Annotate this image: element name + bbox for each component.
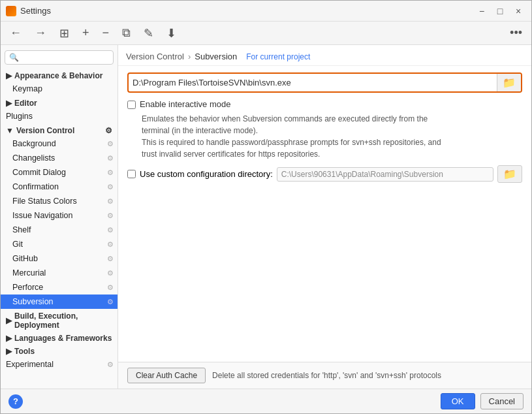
gear-icon: ⚙ [107, 269, 114, 278]
title-bar: Settings − □ × [1, 1, 531, 22]
gear-icon: ⚙ [107, 212, 114, 220]
title-bar-controls: − □ × [474, 3, 526, 19]
footer-left: ? [8, 394, 23, 409]
maximize-button[interactable]: □ [492, 3, 508, 19]
sidebar-item-label: Confirmation [12, 182, 59, 191]
gear-icon: ⚙ [107, 168, 114, 177]
sidebar-item-git[interactable]: Git ⚙ [1, 237, 117, 251]
desc-line3: This is required to handle password/pass… [142, 138, 441, 147]
sidebar-item-label: Experimental [6, 360, 54, 369]
custom-dir-label[interactable]: Use custom configuration directory: [140, 169, 273, 179]
sidebar-item-background[interactable]: Background ⚙ [1, 136, 117, 151]
arrow-icon: ▶ [6, 347, 12, 356]
sidebar-item-experimental[interactable]: Experimental ⚙ [1, 357, 117, 372]
ok-button[interactable]: OK [441, 393, 475, 409]
sidebar-item-subversion[interactable]: Subversion ⚙ [1, 295, 117, 309]
sidebar-item-label: Git [12, 240, 23, 249]
gear-icon: ⚙ [107, 298, 114, 306]
for-project-link[interactable]: For current project [246, 52, 310, 61]
main-content: ▶ Appearance & Behavior Keymap ▶ Editor … [1, 45, 531, 389]
arrow-icon: ▶ [6, 99, 12, 108]
svn-path-container: 📁 [127, 72, 522, 93]
enable-interactive-label[interactable]: Enable interactive mode [140, 99, 230, 109]
sidebar-item-issue-navigation[interactable]: Issue Navigation ⚙ [1, 208, 117, 223]
sidebar-item-label: Shelf [12, 225, 31, 234]
sidebar-item-languages-frameworks[interactable]: ▶ Languages & Frameworks [1, 331, 117, 344]
arrow-icon: ▶ [6, 334, 12, 343]
edit-button[interactable]: ✎ [141, 25, 156, 42]
close-button[interactable]: × [510, 3, 526, 19]
sidebar-item-label: Commit Dialog [12, 168, 66, 177]
zoom-out-button[interactable]: − [100, 25, 112, 41]
right-panel: Version Control › Subversion For current… [118, 45, 531, 389]
minimize-button[interactable]: − [474, 3, 490, 19]
sidebar-item-label: Languages & Frameworks [14, 334, 112, 343]
clear-cache-desc: Delete all stored credentials for 'http'… [212, 371, 441, 380]
sidebar-item-label: Version Control [16, 126, 74, 135]
arrow-icon: ▶ [6, 71, 12, 80]
split-button[interactable]: ⧉ [119, 25, 133, 41]
enable-interactive-row: Enable interactive mode [127, 99, 522, 109]
breadcrumb-separator: › [188, 52, 191, 61]
toolbar: ← → ⊞ + − ⧉ ✎ ⬇ ••• [1, 22, 531, 45]
sidebar-item-tools[interactable]: ▶ Tools [1, 344, 117, 357]
gear-icon: ⚙ [107, 154, 114, 163]
back-button[interactable]: ← [7, 25, 24, 41]
enable-interactive-desc: Emulates the behavior when Subversion co… [142, 113, 522, 160]
sidebar-item-appearance-behavior[interactable]: ▶ Appearance & Behavior [1, 69, 117, 82]
breadcrumb-root[interactable]: Version Control [126, 52, 184, 61]
sidebar-item-mercurial[interactable]: Mercurial ⚙ [1, 266, 117, 280]
sidebar-item-editor[interactable]: ▶ Editor [1, 96, 117, 109]
panel-header: Version Control › Subversion For current… [118, 45, 531, 66]
sidebar-item-perforce[interactable]: Perforce ⚙ [1, 280, 117, 295]
more-button[interactable]: ••• [507, 25, 525, 41]
sidebar-item-keymap[interactable]: Keymap [1, 82, 117, 96]
svn-browse-button[interactable]: 📁 [497, 74, 521, 91]
gear-icon: ⚙ [107, 226, 114, 234]
folder-icon: 📁 [503, 168, 516, 180]
sidebar-search-input[interactable] [5, 50, 114, 65]
gear-icon: ⚙ [107, 197, 114, 206]
app-icon [6, 6, 16, 16]
sidebar-item-version-control[interactable]: ▼ Version Control ⚙ [1, 123, 117, 136]
sidebar-item-label: GitHub [12, 254, 38, 263]
sidebar-item-github[interactable]: GitHub ⚙ [1, 251, 117, 266]
window-title: Settings [20, 6, 51, 16]
sidebar-item-build-execution-deployment[interactable]: ▶ Build, Execution, Deployment [1, 309, 117, 331]
desc-line4: trust invalid server certificates for ht… [142, 150, 320, 159]
gear-icon: ⚙ [107, 255, 114, 263]
cancel-button[interactable]: Cancel [480, 393, 524, 409]
sidebar-item-label: Appearance & Behavior [14, 71, 102, 80]
gear-icon: ⚙ [107, 240, 114, 249]
sidebar-item-file-status-colors[interactable]: File Status Colors ⚙ [1, 194, 117, 208]
enable-interactive-checkbox[interactable] [127, 101, 136, 109]
custom-dir-browse-button[interactable]: 📁 [497, 165, 522, 183]
gear-icon: ⚙ [107, 183, 114, 191]
bottom-bar: Clear Auth Cache Delete all stored crede… [118, 362, 531, 389]
arrow-icon: ▼ [6, 126, 14, 135]
sidebar-item-changelists[interactable]: Changelists ⚙ [1, 151, 117, 165]
sidebar-item-label: Mercurial [12, 268, 46, 278]
sidebar-item-confirmation[interactable]: Confirmation ⚙ [1, 180, 117, 194]
custom-dir-input[interactable] [277, 167, 493, 182]
sidebar-item-commit-dialog[interactable]: Commit Dialog ⚙ [1, 165, 117, 180]
custom-dir-checkbox[interactable] [127, 170, 136, 178]
sidebar-item-label: File Status Colors [12, 197, 77, 206]
sidebar-item-plugins[interactable]: Plugins [1, 109, 117, 123]
forward-button[interactable]: → [32, 25, 49, 41]
sidebar-item-label: Tools [14, 347, 35, 356]
gear-icon: ⚙ [105, 126, 112, 135]
footer-right: OK Cancel [441, 393, 524, 409]
sidebar-item-label: Issue Navigation [12, 211, 72, 220]
settings-window: Settings − □ × ← → ⊞ + − ⧉ ✎ ⬇ ••• ▶ App… [0, 0, 532, 414]
sidebar-item-shelf[interactable]: Shelf ⚙ [1, 223, 117, 237]
custom-dir-row: Use custom configuration directory: 📁 [127, 165, 522, 183]
breadcrumb-current: Subversion [195, 52, 237, 61]
help-button[interactable]: ? [8, 394, 23, 409]
clear-cache-button[interactable]: Clear Auth Cache [127, 368, 206, 383]
zoom-in-button[interactable]: + [80, 25, 92, 41]
save-button[interactable]: ⬇ [164, 25, 179, 42]
svn-path-input[interactable] [129, 75, 497, 90]
sidebar-item-label: Plugins [6, 112, 33, 121]
grid-button[interactable]: ⊞ [57, 25, 72, 42]
